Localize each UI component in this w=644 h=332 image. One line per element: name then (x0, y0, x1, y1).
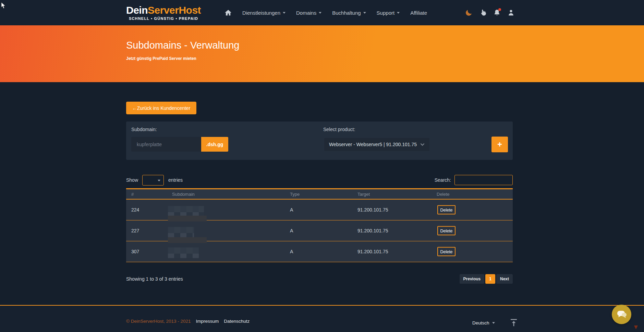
notification-dot (498, 8, 501, 11)
row-id: 307 (131, 249, 139, 254)
footer-link-impressum[interactable]: Impressum (196, 319, 219, 324)
copyright-text: © DeinServerHost, 2013 - 2021 (126, 319, 191, 324)
navbar: DeinServerHost SCHNELL • GÜNSTIG • PREPA… (0, 0, 644, 25)
nav-support[interactable]: Support (377, 10, 400, 16)
product-label: Select product: (323, 127, 355, 132)
nav-domains-label: Domains (296, 10, 316, 16)
row-target: 91.200.101.75 (357, 228, 388, 233)
entries-label: entries (168, 177, 183, 183)
chevron-down-icon (158, 180, 160, 181)
page-header-banner: Subdomains - Verwaltung Jetzt günstig Pr… (0, 25, 644, 82)
entries-summary: Showing 1 to 3 of 3 entries (126, 276, 183, 282)
pagination-page-1[interactable]: 1 (485, 274, 495, 284)
search-input[interactable] (454, 175, 513, 185)
col-header-subdomain: Subdomain (172, 192, 195, 197)
logo-part-3: Host (179, 4, 201, 16)
arrow-up-to-line-icon (510, 319, 518, 327)
chat-minimize-arrow-icon[interactable] (633, 325, 639, 331)
footer-left: © DeinServerHost, 2013 - 2021 Impressum … (126, 319, 250, 324)
chevron-down-icon (492, 322, 495, 324)
brand-logo[interactable]: DeinServerHost SCHNELL • GÜNSTIG • PREPA… (126, 5, 201, 21)
row-target: 91.200.101.75 (357, 249, 388, 254)
redacted-subdomain-strip (168, 216, 207, 221)
brand-logo-text: DeinServerHost (126, 5, 201, 15)
nav-dienstleistungen-label: Dienstleistungen (242, 10, 280, 16)
nav-buchhaltung[interactable]: Buchhaltung (332, 10, 366, 16)
row-type: A (290, 207, 293, 213)
pointer-button[interactable] (478, 8, 487, 17)
domain-suffix-addon: .dsh.gg (201, 137, 228, 152)
nav-domains[interactable]: Domains (296, 10, 321, 16)
nav-affiliate-label: Affiliate (410, 10, 427, 16)
subdomain-input-group: .dsh.gg (131, 137, 228, 152)
col-header-type: Type (290, 192, 300, 197)
main-content: ←Zurück ins Kundencenter Subdomain: .dsh… (0, 82, 644, 305)
row-id: 224 (131, 207, 139, 213)
theme-toggle-button[interactable] (464, 8, 473, 17)
logo-part-2: Server (148, 4, 179, 16)
table-row: 227 A 91.200.101.75 Delete (126, 220, 513, 241)
redacted-subdomain-strip (168, 237, 207, 243)
entries-per-page-select[interactable] (142, 175, 164, 186)
subdomain-input[interactable] (131, 137, 201, 152)
chevron-down-icon (363, 12, 366, 14)
nav-support-label: Support (377, 10, 395, 16)
page: { "navbar": { "logo": { "part1": "Dein",… (0, 0, 644, 332)
search-group: Search: (435, 175, 513, 185)
col-header-id: # (131, 192, 134, 197)
language-select[interactable]: Deutsch (472, 320, 495, 325)
chevron-down-icon (397, 12, 400, 14)
show-label: Show (126, 177, 138, 183)
footer-link-datenschutz[interactable]: Datenschutz (224, 319, 250, 324)
back-to-customer-center-button[interactable]: ←Zurück ins Kundencenter (126, 102, 196, 114)
main-menu: Dienstleistungen Domains Buchhaltung Sup… (225, 10, 427, 16)
table-footer: Showing 1 to 3 of 3 entries Previous 1 N… (126, 274, 513, 284)
subdomains-table: # Subdomain Type Target Delete 224 A 91.… (126, 188, 513, 262)
home-icon (225, 10, 232, 16)
chevron-down-icon (283, 12, 285, 14)
delete-button[interactable]: Delete (437, 247, 455, 256)
table-header-row: # Subdomain Type Target Delete (126, 188, 513, 200)
redacted-subdomain (168, 206, 204, 216)
pagination-previous[interactable]: Previous (460, 274, 485, 284)
pagination: Previous 1 Next (460, 274, 513, 284)
chat-widget-button[interactable] (612, 305, 631, 324)
subdomain-create-panel: Subdomain: .dsh.gg Select product: Webse… (126, 122, 513, 160)
row-type: A (290, 249, 293, 254)
notifications-button[interactable] (493, 8, 501, 17)
redacted-subdomain (168, 247, 199, 258)
scroll-to-top-button[interactable] (510, 319, 518, 327)
pagination-next[interactable]: Next (496, 274, 513, 284)
footer: © DeinServerHost, 2013 - 2021 Impressum … (0, 306, 644, 332)
search-label: Search: (435, 177, 451, 183)
nav-dienstleistungen[interactable]: Dienstleistungen (242, 10, 285, 16)
table-row: 224 A 91.200.101.75 Delete (126, 200, 513, 220)
subdomain-label: Subdomain: (131, 127, 157, 132)
nav-home[interactable] (225, 10, 232, 16)
nav-affiliate[interactable]: Affiliate (410, 10, 427, 16)
table-row: 307 A 91.200.101.75 Delete (126, 241, 513, 262)
chevron-down-icon (420, 143, 425, 146)
row-type: A (290, 228, 293, 233)
col-header-target: Target (357, 192, 370, 197)
chevron-down-icon (319, 12, 321, 14)
moon-icon (465, 9, 473, 16)
navbar-icon-group (464, 8, 515, 17)
add-subdomain-button[interactable]: + (491, 137, 508, 152)
product-select[interactable]: Webserver - Webserver5 | 91.200.101.75 (324, 138, 429, 151)
delete-button[interactable]: Delete (437, 205, 455, 215)
user-icon (507, 9, 515, 16)
row-id: 227 (131, 228, 139, 233)
redacted-subdomain (168, 227, 194, 237)
hand-pointer-icon (479, 9, 487, 16)
mouse-cursor (1, 2, 6, 9)
logo-part-1: Dein (126, 4, 148, 16)
footer-right: Deutsch (472, 319, 518, 327)
product-select-value: Webserver - Webserver5 | 91.200.101.75 (329, 142, 420, 147)
page-title: Subdomains - Verwaltung (126, 40, 644, 51)
nav-buchhaltung-label: Buchhaltung (332, 10, 361, 16)
delete-button[interactable]: Delete (437, 226, 455, 235)
table-controls: Show entries Search: (126, 174, 513, 186)
account-button[interactable] (507, 8, 515, 17)
language-select-value: Deutsch (472, 320, 489, 325)
